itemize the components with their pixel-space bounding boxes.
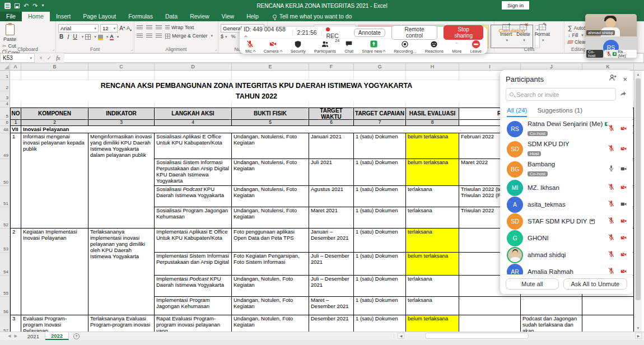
- zoom-more-button[interactable]: More: [452, 40, 461, 54]
- participants-tab-suggestions[interactable]: Suggestions (1): [537, 105, 582, 117]
- add-sheet-button[interactable]: +: [73, 333, 80, 339]
- row-header-1[interactable]: 1: [0, 71, 10, 80]
- participant-row[interactable]: RSRatna Dewi Senjarini (Me)Co-host: [500, 119, 633, 139]
- camera-off-icon[interactable]: [620, 124, 627, 134]
- row-header-49[interactable]: 49: [0, 133, 10, 159]
- muted-mic-icon[interactable]: [608, 216, 615, 226]
- row-header-3[interactable]: 3: [0, 91, 10, 101]
- italic-button[interactable]: I: [66, 34, 70, 40]
- close-icon[interactable]: ×: [623, 75, 627, 83]
- zoom-camera-button[interactable]: Camera: [264, 40, 282, 54]
- participant-row[interactable]: GGHONI: [500, 230, 633, 246]
- borders-button[interactable]: [85, 34, 91, 40]
- muted-mic-icon[interactable]: [608, 183, 615, 193]
- enter-icon[interactable]: ✓: [47, 55, 52, 61]
- sheet-tab-2021[interactable]: 2021: [22, 332, 45, 340]
- camera-on-icon[interactable]: [620, 164, 627, 174]
- row-header-53[interactable]: 53: [0, 229, 10, 253]
- camera-off-icon[interactable]: [620, 233, 627, 243]
- font-size-select[interactable]: 12▾: [100, 24, 118, 32]
- annotate-button[interactable]: Annotate: [354, 29, 385, 37]
- camera-off-icon[interactable]: [620, 250, 627, 260]
- camera-off-icon[interactable]: [620, 144, 627, 154]
- row-header-50[interactable]: 50: [0, 159, 10, 186]
- row-header-2[interactable]: 2: [0, 80, 10, 91]
- percent-button[interactable]: %: [231, 34, 236, 39]
- column-header-B[interactable]: B: [21, 63, 88, 70]
- alignment-dialog-launcher[interactable]: ⌟: [215, 47, 217, 52]
- remote-control-button[interactable]: Remote control: [391, 25, 437, 40]
- column-header-G[interactable]: G: [354, 63, 406, 70]
- clipboard-dialog-launcher[interactable]: ⌟: [53, 47, 54, 52]
- font-dialog-launcher[interactable]: ⌟: [131, 47, 133, 52]
- participant-row[interactable]: BGBambangCo-host: [500, 159, 633, 179]
- tell-me-box[interactable]: Tell me what you want to do: [273, 13, 352, 21]
- format-cells-button[interactable]: ✎Format▾: [535, 24, 550, 43]
- align-center-icon[interactable]: [146, 34, 152, 39]
- muted-mic-icon[interactable]: [608, 199, 615, 209]
- muted-mic-icon[interactable]: [608, 233, 615, 243]
- participant-row[interactable]: SDSTAF SDM KPU DIY: [500, 213, 633, 230]
- scroll-left-icon[interactable]: ◀: [398, 333, 404, 339]
- vertical-scroll-thumb[interactable]: [636, 78, 641, 300]
- align-top-icon[interactable]: [137, 25, 143, 30]
- row-header-52[interactable]: 52: [0, 207, 10, 229]
- ask-all-to-unmute-button[interactable]: Ask All to Unmute: [563, 278, 627, 290]
- participant-row[interactable]: ahmad shidqi: [500, 246, 633, 263]
- add-participant-icon[interactable]: [609, 74, 617, 84]
- scroll-up-icon[interactable]: ▲: [634, 71, 642, 78]
- sheet-nav-right-icon[interactable]: ▶: [14, 334, 17, 338]
- align-right-icon[interactable]: [156, 34, 162, 39]
- currency-button[interactable]: $▾: [221, 34, 227, 39]
- scroll-down-icon[interactable]: ▼: [634, 324, 642, 332]
- sheet-tab-2022[interactable]: 2022: [45, 332, 69, 340]
- participants-tab-all[interactable]: All (24): [507, 105, 527, 117]
- column-header-A[interactable]: A: [10, 63, 21, 70]
- column-header-E[interactable]: E: [232, 63, 309, 70]
- formula-input[interactable]: [64, 53, 644, 63]
- ribbon-tab-help[interactable]: Help: [240, 12, 265, 21]
- row-header-56[interactable]: 56: [0, 297, 10, 315]
- column-header-C[interactable]: C: [88, 63, 155, 70]
- column-header-I[interactable]: I: [459, 63, 521, 70]
- delete-cells-button[interactable]: ×Delete▾: [516, 24, 530, 43]
- sheet-nav-left-icon[interactable]: ◀: [8, 334, 11, 338]
- row-header-5[interactable]: 5: [0, 108, 10, 120]
- underline-button[interactable]: U: [72, 34, 78, 40]
- select-all-corner[interactable]: [0, 63, 10, 70]
- ribbon-tab-formulas[interactable]: Formulas: [122, 12, 159, 21]
- mute-all-button[interactable]: Mute all: [506, 278, 559, 290]
- scrollbar-resize-handle[interactable]: ⋮: [392, 334, 396, 338]
- insert-cells-button[interactable]: +Insert▾: [500, 24, 512, 43]
- align-left-icon[interactable]: [137, 34, 143, 39]
- stop-sharing-button[interactable]: Stop sharing: [444, 25, 483, 40]
- row-header-48[interactable]: 48: [0, 126, 10, 133]
- font-color-button[interactable]: A: [110, 34, 114, 39]
- ribbon-tab-review[interactable]: Review: [184, 12, 215, 21]
- ribbon-tab-home[interactable]: Home: [22, 12, 50, 21]
- sign-in-button[interactable]: Sign in: [502, 1, 529, 10]
- row-header-51[interactable]: 51: [0, 186, 10, 207]
- horizontal-scroll-thumb[interactable]: [425, 333, 529, 339]
- camera-off-icon[interactable]: [620, 183, 627, 193]
- zoom-share-button[interactable]: Share new: [362, 40, 385, 54]
- fill-color-button[interactable]: [98, 35, 103, 39]
- align-middle-icon[interactable]: [146, 25, 152, 30]
- name-box[interactable]: K53▾: [0, 53, 35, 63]
- zoom-recording-button[interactable]: Recording...: [394, 40, 416, 54]
- ribbon-tab-view[interactable]: View: [216, 12, 241, 21]
- row-header-54[interactable]: 54: [0, 253, 10, 276]
- paste-button[interactable]: Paste: [3, 24, 16, 42]
- zoom-leave-button[interactable]: Leave: [470, 40, 482, 54]
- invite-share-icon[interactable]: [619, 90, 627, 100]
- row-header-55[interactable]: 55: [0, 276, 10, 297]
- vertical-scrollbar[interactable]: ▲ ▼: [634, 71, 642, 332]
- zoom-security-button[interactable]: Security: [291, 40, 306, 54]
- column-header-J[interactable]: J: [521, 63, 582, 70]
- meeting-id[interactable]: ID: 449 004 658: [244, 26, 288, 39]
- participant-row[interactable]: SDSDM KPU DIYHost: [500, 139, 633, 159]
- scroll-right-icon[interactable]: ▶: [635, 333, 642, 339]
- zoom-chat-button[interactable]: Chat: [344, 40, 353, 54]
- ribbon-tab-data[interactable]: Data: [159, 12, 184, 21]
- search-input[interactable]: Search or invite: [506, 88, 616, 101]
